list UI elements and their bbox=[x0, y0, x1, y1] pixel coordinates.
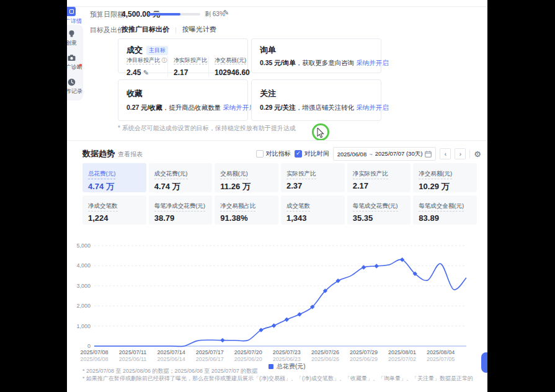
card-deal-title: 成交 bbox=[127, 45, 143, 56]
tile-label: 每笔成交金额(元) bbox=[419, 202, 464, 212]
metric-tile[interactable]: 成交花费(元)4.74 万0.00 bbox=[149, 163, 213, 192]
tile-value: 91.38% bbox=[220, 213, 273, 223]
tile-label: 净交易额占比 bbox=[220, 202, 255, 212]
metric-tile[interactable]: 每笔成交花费(元)35.350.00 bbox=[347, 195, 411, 225]
tile-value: 38.79 bbox=[154, 213, 207, 223]
next-period-button[interactable]: › bbox=[455, 148, 466, 159]
metric-tile[interactable]: 交易额(元)11.26 万0.00 bbox=[215, 163, 278, 192]
gear-icon[interactable]: ⚙ bbox=[474, 149, 481, 159]
tile-sub: 0.00 bbox=[154, 224, 207, 225]
metric-tile[interactable]: 成交笔数1,3430 bbox=[281, 195, 345, 225]
budget-remaining: 剩 63% bbox=[205, 10, 225, 19]
calendar-icon bbox=[425, 151, 432, 158]
prev-period-button[interactable]: ‹ bbox=[440, 148, 451, 159]
metric-tile[interactable]: 总花费(元)4.74 万0.00 bbox=[82, 163, 146, 192]
metric-tile[interactable]: 净交易额占比91.38%0.00% bbox=[215, 195, 278, 225]
metric-tile[interactable]: 实际投产比2.370.00 bbox=[281, 163, 345, 192]
compare-time-checkbox[interactable] bbox=[295, 150, 302, 158]
card-favorite: 收藏 0.27 元/收藏，提升商品收藏数量 采纳并开启 bbox=[118, 79, 248, 121]
legend-label: 总花费(元) bbox=[277, 362, 306, 371]
sidebar-panel: 创意 推广诊断 操作记录 bbox=[67, 25, 83, 100]
tile-value: 35.35 bbox=[353, 213, 406, 223]
roi-edit-icon[interactable]: ✎ bbox=[143, 69, 149, 76]
compare-time-toggle[interactable]: 对比时间 bbox=[295, 149, 329, 158]
tile-value: 10.29 万 bbox=[419, 181, 471, 192]
info-icon[interactable]: ⓘ bbox=[162, 57, 167, 63]
notification-dot bbox=[79, 64, 82, 66]
detail-icon bbox=[69, 9, 74, 14]
top-divider bbox=[67, 6, 487, 7]
view-report-link[interactable]: 查看报表 bbox=[118, 150, 143, 159]
svg-text:2025/07/23: 2025/07/23 bbox=[273, 349, 301, 355]
svg-text:2025/08/04: 2025/08/04 bbox=[427, 349, 455, 355]
tab-goal-bid[interactable]: 按推广目标出价 bbox=[122, 25, 169, 34]
tile-label: 每笔成交花费(元) bbox=[353, 202, 398, 212]
tile-sub: 0 bbox=[286, 224, 339, 225]
svg-text:5,000: 5,000 bbox=[76, 243, 91, 249]
tab-impression-bid[interactable]: 按曝光计费 bbox=[182, 25, 216, 34]
svg-text:2025/06/17: 2025/06/17 bbox=[196, 356, 224, 362]
sidebar-item-creative[interactable]: 创意 bbox=[67, 30, 83, 47]
metric-tile[interactable]: 每笔净成交花费(元)38.790.00 bbox=[149, 195, 213, 225]
budget-edit-icon[interactable]: ✎ bbox=[223, 9, 229, 17]
floating-side-button[interactable] bbox=[481, 352, 487, 373]
metric-target-roi: 净目标投产比 ⓘ 2.45 ✎ bbox=[127, 56, 167, 77]
adopt-enable-link[interactable]: 采纳并开启 bbox=[356, 104, 389, 111]
svg-text:2025/07/08: 2025/07/08 bbox=[80, 349, 108, 355]
svg-text:2025/06/08: 2025/06/08 bbox=[80, 356, 108, 362]
tile-label: 成交笔数 bbox=[286, 202, 310, 212]
bulb-icon bbox=[68, 30, 76, 38]
metric-tile[interactable]: 净成交笔数1,2240 bbox=[82, 195, 146, 225]
sidebar-item-history[interactable]: 操作记录 bbox=[67, 78, 83, 96]
footnote-2: * 如果推广在暂停或删除前已经获得了曝光，那么在暂停或重建后展示「(净)交易额」… bbox=[82, 375, 473, 383]
tile-value: 4.74 万 bbox=[154, 181, 207, 192]
tile-label: 成交花费(元) bbox=[154, 170, 188, 179]
metric-net-gmv: 净交易额(元) 102946.60 bbox=[208, 56, 255, 77]
tile-label: 净成交笔数 bbox=[88, 202, 118, 212]
tile-value: 1,224 bbox=[88, 213, 141, 223]
svg-text:4,000: 4,000 bbox=[76, 262, 91, 269]
primary-goal-badge: 主目标 bbox=[146, 46, 168, 55]
svg-text:3,000: 3,000 bbox=[76, 283, 91, 289]
sidebar-item-diagnosis[interactable]: 推广诊断 bbox=[67, 54, 83, 71]
compare-metric-checkbox[interactable] bbox=[256, 150, 264, 158]
svg-text:2025/07/26: 2025/07/26 bbox=[311, 349, 339, 355]
svg-text:2025/06/14: 2025/06/14 bbox=[158, 356, 185, 362]
tile-value: 83.89 bbox=[419, 213, 471, 223]
tile-sub: 0.00 bbox=[286, 192, 339, 192]
goal-tabs: 按推广目标出价 | 按曝光计费 bbox=[122, 25, 216, 34]
chart-legend[interactable]: 总花费(元) bbox=[269, 362, 306, 371]
svg-text:2025/07/05: 2025/07/05 bbox=[427, 356, 455, 362]
adopt-enable-link[interactable]: 采纳并开启 bbox=[223, 104, 255, 111]
tile-sub: 0.00 bbox=[353, 224, 406, 225]
svg-text:2025/07/02: 2025/07/02 bbox=[388, 356, 416, 362]
card-favorite-title: 收藏 bbox=[127, 88, 143, 99]
trend-controls: 对比指标 对比时间 2025/06/08 ~ 2025/07/07 (30天) … bbox=[256, 147, 481, 161]
svg-text:2025/07/11: 2025/07/11 bbox=[119, 349, 146, 355]
screen: 推广详情 创意 推广诊断 操作记录 预算日限额: 4,500.00 元 bbox=[0, 0, 555, 392]
section-divider bbox=[67, 140, 487, 141]
tile-label: 总花费(元) bbox=[88, 170, 115, 179]
card-follow-title: 关注 bbox=[260, 88, 276, 99]
card-inquiry: 询单 0.35 元/询单，获取更多意向咨询 采纳并开启 bbox=[251, 38, 381, 73]
clock-icon bbox=[68, 78, 76, 86]
date-range-picker[interactable]: 2025/06/08 ~ 2025/07/07 (30天) bbox=[333, 147, 437, 161]
cursor-icon bbox=[317, 128, 325, 138]
camera-icon bbox=[68, 54, 76, 62]
tile-sub: 0 bbox=[88, 224, 141, 225]
tile-value: 1,343 bbox=[286, 213, 339, 223]
metric-tiles-row-1: 总花费(元)4.74 万0.00成交花费(元)4.74 万0.00交易额(元)1… bbox=[82, 163, 477, 192]
card-inquiry-title: 询单 bbox=[260, 45, 276, 56]
compare-metric-toggle[interactable]: 对比指标 bbox=[256, 149, 291, 158]
sidebar-item-detail[interactable] bbox=[67, 7, 76, 16]
metric-tile[interactable]: 每笔成交金额(元)83.890.00 bbox=[413, 195, 477, 225]
trend-title: 数据趋势 bbox=[82, 148, 115, 159]
svg-text:2025/07/20: 2025/07/20 bbox=[234, 349, 262, 355]
tile-sub: 0.00 bbox=[419, 224, 471, 225]
adopt-enable-link[interactable]: 采纳并开启 bbox=[356, 59, 389, 66]
trend-line-chart: 01,0002,0003,0004,0005,0002025/07/082025… bbox=[67, 239, 487, 372]
metric-tile[interactable]: 净实际投产比2.170.00 bbox=[347, 163, 411, 192]
metric-tile[interactable]: 净交易额(元)10.29 万0.00 bbox=[413, 163, 477, 192]
budget-progress[interactable] bbox=[148, 13, 200, 16]
card-deal: 成交 主目标 净目标投产比 ⓘ 2.45 ✎ 净实际投产比 2.17 净交易额(… bbox=[118, 38, 248, 73]
